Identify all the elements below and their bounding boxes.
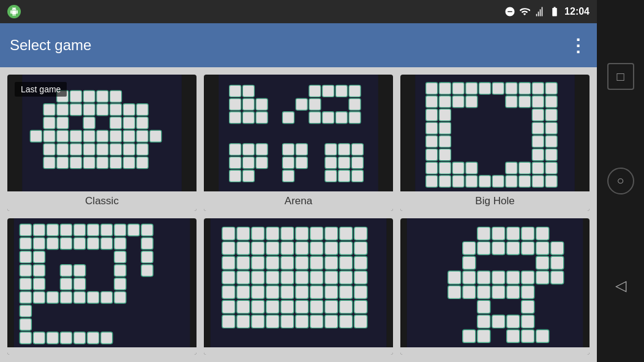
svg-rect-80 bbox=[325, 144, 337, 155]
svg-rect-113 bbox=[439, 175, 451, 187]
svg-rect-52 bbox=[230, 112, 241, 124]
svg-rect-36 bbox=[123, 144, 135, 155]
svg-rect-199 bbox=[281, 227, 294, 240]
svg-rect-157 bbox=[20, 292, 31, 303]
svg-rect-151 bbox=[128, 224, 140, 236]
svg-rect-19 bbox=[137, 117, 148, 128]
svg-rect-144 bbox=[33, 224, 45, 236]
svg-rect-115 bbox=[466, 175, 477, 187]
arena-pattern bbox=[204, 75, 393, 191]
svg-rect-294 bbox=[522, 286, 534, 298]
nav-recents-button[interactable]: □ bbox=[607, 63, 634, 90]
svg-rect-99 bbox=[545, 83, 557, 94]
svg-rect-16 bbox=[83, 117, 95, 128]
game-card-6[interactable] bbox=[400, 218, 590, 355]
svg-rect-77 bbox=[282, 157, 294, 169]
svg-rect-233 bbox=[340, 271, 353, 284]
svg-rect-143 bbox=[20, 224, 31, 236]
svg-rect-273 bbox=[492, 242, 505, 254]
game-label-6 bbox=[400, 347, 590, 355]
game-card-classic[interactable]: Last game bbox=[7, 75, 197, 211]
svg-rect-246 bbox=[237, 300, 250, 313]
svg-rect-183 bbox=[33, 292, 45, 303]
grid-pattern bbox=[204, 218, 393, 347]
svg-rect-87 bbox=[339, 170, 350, 182]
svg-rect-204 bbox=[354, 227, 367, 240]
svg-rect-193 bbox=[73, 278, 85, 290]
svg-rect-305 bbox=[536, 330, 549, 342]
svg-rect-132 bbox=[532, 109, 544, 120]
svg-rect-58 bbox=[349, 85, 361, 97]
svg-rect-209 bbox=[281, 242, 294, 254]
svg-rect-105 bbox=[426, 162, 438, 174]
svg-rect-88 bbox=[351, 170, 363, 182]
game-thumbnail-bighole bbox=[400, 75, 590, 191]
svg-rect-45 bbox=[137, 157, 148, 169]
game-card-5[interactable] bbox=[204, 218, 393, 355]
svg-rect-47 bbox=[230, 85, 241, 97]
svg-rect-281 bbox=[448, 271, 461, 284]
svg-rect-271 bbox=[463, 242, 476, 254]
svg-rect-40 bbox=[70, 157, 81, 169]
svg-rect-90 bbox=[426, 83, 438, 94]
svg-rect-196 bbox=[237, 227, 250, 240]
svg-rect-192 bbox=[60, 278, 72, 290]
svg-rect-73 bbox=[230, 170, 241, 182]
svg-rect-13 bbox=[137, 104, 148, 116]
svg-rect-228 bbox=[266, 271, 279, 284]
game-card-arena[interactable]: Arena bbox=[204, 75, 393, 211]
svg-rect-146 bbox=[60, 224, 72, 236]
svg-rect-75 bbox=[282, 144, 294, 155]
svg-rect-302 bbox=[477, 330, 490, 342]
game-thumbnail-5 bbox=[204, 218, 393, 347]
game-card-bighole[interactable]: Big Hole bbox=[400, 75, 590, 211]
svg-rect-129 bbox=[439, 122, 451, 134]
svg-rect-249 bbox=[281, 300, 294, 313]
svg-rect-261 bbox=[310, 315, 323, 328]
svg-rect-3 bbox=[83, 90, 95, 102]
svg-rect-253 bbox=[340, 300, 353, 313]
svg-rect-297 bbox=[477, 315, 490, 328]
svg-rect-38 bbox=[43, 157, 55, 169]
game-label-classic: Classic bbox=[7, 191, 197, 211]
svg-rect-7 bbox=[57, 104, 69, 116]
svg-rect-136 bbox=[439, 162, 451, 174]
svg-rect-125 bbox=[532, 96, 544, 108]
svg-rect-74 bbox=[242, 170, 254, 182]
nav-home-button[interactable]: ○ bbox=[607, 168, 634, 194]
nav-back-button[interactable]: ◁ bbox=[607, 272, 634, 299]
svg-rect-213 bbox=[340, 242, 353, 254]
svg-rect-269 bbox=[522, 227, 534, 240]
svg-rect-156 bbox=[20, 278, 31, 290]
svg-rect-234 bbox=[354, 271, 367, 284]
svg-rect-93 bbox=[466, 83, 477, 94]
svg-rect-112 bbox=[426, 175, 438, 187]
svg-rect-188 bbox=[101, 292, 113, 303]
svg-rect-296 bbox=[522, 300, 534, 313]
last-game-badge: Last game bbox=[15, 82, 67, 97]
svg-rect-224 bbox=[354, 256, 367, 269]
svg-rect-238 bbox=[266, 286, 279, 298]
svg-rect-122 bbox=[439, 96, 451, 108]
svg-rect-133 bbox=[532, 122, 544, 134]
svg-rect-29 bbox=[150, 130, 162, 142]
game-thumbnail-classic: Last game bbox=[7, 75, 197, 191]
game-card-4[interactable] bbox=[7, 218, 197, 355]
svg-rect-2 bbox=[70, 90, 81, 102]
svg-rect-104 bbox=[426, 149, 438, 161]
page-title: Select game bbox=[10, 37, 91, 54]
svg-rect-264 bbox=[354, 315, 367, 328]
svg-rect-173 bbox=[73, 238, 85, 249]
more-options-icon[interactable]: ⋮ bbox=[569, 35, 587, 56]
svg-rect-182 bbox=[114, 278, 126, 290]
svg-rect-56 bbox=[323, 85, 334, 97]
svg-rect-108 bbox=[545, 122, 557, 134]
svg-rect-31 bbox=[57, 144, 69, 155]
svg-rect-239 bbox=[281, 286, 294, 298]
svg-rect-267 bbox=[492, 227, 505, 240]
svg-rect-262 bbox=[325, 315, 338, 328]
svg-rect-242 bbox=[325, 286, 338, 298]
svg-rect-190 bbox=[60, 265, 72, 276]
svg-rect-149 bbox=[101, 224, 113, 236]
svg-rect-78 bbox=[296, 157, 307, 169]
